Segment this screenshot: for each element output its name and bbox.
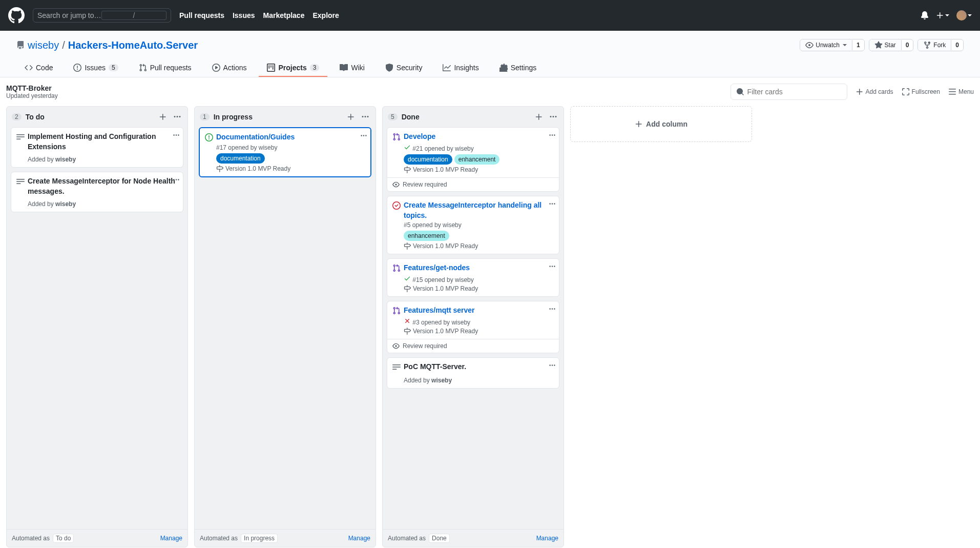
manage-link[interactable]: Manage — [160, 535, 182, 542]
card-menu-icon[interactable] — [549, 306, 556, 314]
menu-button[interactable]: Menu — [948, 88, 974, 96]
card-type-icon — [392, 132, 401, 143]
card-title[interactable]: Documentation/Guides — [216, 132, 365, 143]
tab-pulls[interactable]: Pull requests — [131, 59, 200, 77]
column-title: Done — [402, 113, 530, 121]
column-todo: 2 To do Implement Hosting and Configurat… — [6, 106, 188, 547]
card-added-by: Added by wiseby — [28, 156, 178, 163]
card-menu-icon[interactable] — [173, 132, 180, 140]
card[interactable]: PoC MQTT-Server.Added by wiseby — [387, 357, 559, 389]
card[interactable]: Create MessageInterceptor for Node Healt… — [11, 172, 183, 212]
automation-prefix: Automated as — [388, 535, 426, 542]
add-card-icon[interactable] — [534, 112, 544, 122]
search-input[interactable]: Search or jump to… / — [33, 8, 171, 23]
milestone[interactable]: Version 1.0 MVP Ready — [404, 328, 554, 335]
fork-count[interactable]: 0 — [951, 40, 963, 50]
column-menu-icon[interactable] — [548, 112, 558, 122]
card[interactable]: Documentation/Guides#17 opened by wiseby… — [199, 127, 371, 177]
card[interactable]: Features/get-nodes #15 opened by wisebyV… — [387, 258, 559, 297]
fork-label: Fork — [933, 42, 946, 49]
card[interactable]: Develope #21 opened by wisebydocumentati… — [387, 127, 559, 192]
automation-chip: Done — [429, 534, 450, 543]
card-menu-icon[interactable] — [360, 132, 367, 141]
global-header: Search or jump to… / Pull requests Issue… — [0, 0, 980, 31]
notifications-icon[interactable] — [921, 11, 929, 19]
card[interactable]: Implement Hosting and Configuration Exte… — [11, 127, 183, 168]
star-button[interactable]: Star0 — [869, 39, 914, 51]
tab-settings[interactable]: Settings — [491, 59, 545, 77]
manage-link[interactable]: Manage — [348, 535, 370, 542]
card-title[interactable]: Features/mqtt server — [404, 306, 554, 316]
card-title: Create MessageInterceptor for Node Healt… — [28, 176, 178, 196]
card-title: Implement Hosting and Configuration Exte… — [28, 132, 178, 152]
milestone[interactable]: Version 1.0 MVP Ready — [404, 166, 554, 173]
card[interactable]: Features/mqtt server #3 opened by wiseby… — [387, 301, 559, 353]
fullscreen-button[interactable]: Fullscreen — [902, 88, 940, 96]
card-subtitle: #17 opened by wiseby — [216, 144, 365, 151]
automation-prefix: Automated as — [200, 535, 238, 542]
card[interactable]: Create MessageInterceptor handeling all … — [387, 196, 559, 254]
card-title[interactable]: Create MessageInterceptor handeling all … — [404, 200, 554, 220]
label[interactable]: documentation — [216, 153, 265, 164]
star-count[interactable]: 0 — [901, 40, 913, 50]
project-updated: Updated yesterday — [6, 92, 58, 99]
review-status: Review required — [387, 177, 559, 191]
card-menu-icon[interactable] — [549, 362, 556, 371]
column-menu-icon[interactable] — [360, 112, 370, 122]
repo-name-link[interactable]: Hackers-HomeAuto.Server — [68, 39, 198, 51]
star-label: Star — [885, 42, 896, 49]
card-title[interactable]: Features/get-nodes — [404, 263, 554, 273]
search-icon — [736, 88, 744, 96]
repo-owner-link[interactable]: wiseby — [28, 39, 59, 51]
card-menu-icon[interactable] — [173, 176, 180, 185]
card-subtitle: #5 opened by wiseby — [404, 221, 554, 229]
nav-pull-requests[interactable]: Pull requests — [179, 11, 224, 19]
add-card-icon[interactable] — [346, 112, 356, 122]
filter-cards-input[interactable] — [731, 84, 847, 100]
card-title[interactable]: Develope — [404, 132, 554, 142]
filter-field[interactable] — [747, 88, 842, 96]
add-column-button[interactable]: Add column — [570, 106, 752, 142]
label[interactable]: documentation — [404, 154, 452, 165]
tab-projects[interactable]: Projects3 — [259, 59, 327, 77]
github-logo-icon[interactable] — [8, 7, 25, 24]
automation-prefix: Automated as — [12, 535, 50, 542]
card-type-icon — [392, 263, 401, 274]
tab-security[interactable]: Security — [377, 59, 431, 77]
nav-marketplace[interactable]: Marketplace — [263, 11, 305, 19]
column-menu-icon[interactable] — [172, 112, 182, 122]
tab-wiki[interactable]: Wiki — [331, 59, 372, 77]
card-type-icon — [16, 176, 25, 187]
watch-count[interactable]: 1 — [852, 40, 864, 50]
card-type-icon — [392, 200, 401, 211]
milestone[interactable]: Version 1.0 MVP Ready — [404, 242, 554, 250]
user-menu[interactable] — [956, 10, 972, 21]
tab-actions[interactable]: Actions — [204, 59, 255, 77]
create-new-icon[interactable] — [936, 11, 949, 19]
repo-tabs: Code Issues5 Pull requests Actions Proje… — [16, 59, 964, 77]
card-type-icon — [392, 306, 401, 316]
automation-chip: To do — [53, 534, 74, 543]
column-count: 1 — [200, 113, 210, 120]
milestone[interactable]: Version 1.0 MVP Ready — [404, 285, 554, 292]
automation-chip: In progress — [241, 534, 278, 543]
watch-button[interactable]: Unwatch1 — [800, 39, 864, 51]
tab-issues[interactable]: Issues5 — [65, 59, 126, 77]
card-menu-icon[interactable] — [549, 200, 556, 209]
repo-header: wiseby / Hackers-HomeAuto.Server Unwatch… — [0, 31, 980, 77]
nav-issues[interactable]: Issues — [233, 11, 255, 19]
manage-link[interactable]: Manage — [536, 535, 558, 542]
tab-code[interactable]: Code — [16, 59, 61, 77]
label[interactable]: enhancement — [454, 154, 500, 165]
card-menu-icon[interactable] — [549, 263, 556, 272]
milestone[interactable]: Version 1.0 MVP Ready — [216, 165, 365, 172]
column-count: 2 — [12, 113, 22, 120]
nav-explore[interactable]: Explore — [312, 11, 339, 19]
tab-insights[interactable]: Insights — [434, 59, 487, 77]
fork-button[interactable]: Fork0 — [918, 39, 964, 51]
card-menu-icon[interactable] — [549, 132, 556, 140]
column-done: 5 Done Develope #21 opened by wisebydocu… — [382, 106, 564, 547]
add-cards-button[interactable]: Add cards — [856, 88, 893, 96]
add-card-icon[interactable] — [158, 112, 168, 122]
label[interactable]: enhancement — [404, 231, 449, 241]
